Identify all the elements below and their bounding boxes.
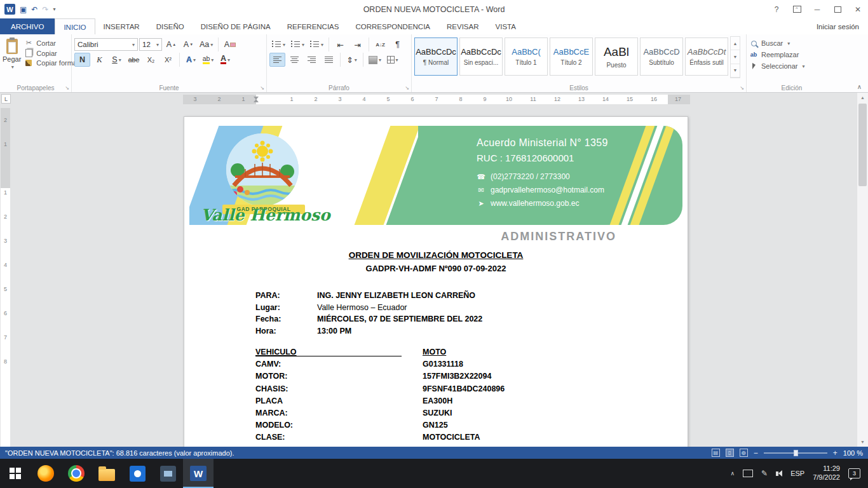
show-marks-button[interactable]: ¶ [390, 37, 405, 51]
find-button[interactable]: Buscar▾ [749, 39, 834, 47]
paste-dropdown-icon[interactable]: ▾ [11, 64, 14, 70]
change-case-button[interactable]: Aa▾ [198, 37, 215, 51]
paragraph-dialog-launcher-icon[interactable]: ↘ [405, 85, 409, 91]
tab-selector[interactable]: L [1, 94, 11, 104]
display-tray-icon[interactable] [743, 470, 753, 477]
justify-button[interactable] [321, 53, 337, 67]
shading-button[interactable]: ▾ [367, 53, 383, 67]
line-spacing-button[interactable]: ⇕▾ [344, 53, 360, 67]
underline-button[interactable]: S▾ [109, 53, 125, 67]
styles-scroll-up-icon[interactable]: ▲ [731, 37, 740, 50]
font-size-select[interactable]: 12▾ [139, 38, 162, 51]
multilevel-list-button[interactable]: ▾ [308, 37, 325, 51]
tab-insertar[interactable]: INSERTAR [95, 18, 148, 34]
pen-tray-icon[interactable]: ✎ [761, 469, 768, 478]
zoom-level[interactable]: 100 % [843, 449, 863, 457]
scrollbar-thumb[interactable] [858, 104, 867, 186]
close-icon[interactable]: ✕ [848, 0, 868, 18]
zoom-in-icon[interactable]: + [833, 449, 837, 457]
align-right-button[interactable] [304, 53, 320, 67]
character-count-status[interactable]: "ORDEN NUEVA MOTOCICLETA": 68.816 caract… [5, 449, 712, 457]
save-icon[interactable]: ▣ [20, 5, 27, 14]
shrink-font-button[interactable]: A▼ [180, 37, 196, 51]
select-button[interactable]: Seleccionar▾ [749, 62, 834, 70]
zoom-slider-thumb[interactable] [794, 450, 798, 456]
vertical-ruler[interactable]: 2112345678 [0, 105, 11, 447]
grow-font-button[interactable]: A▲ [163, 37, 179, 51]
align-left-button[interactable] [269, 53, 285, 67]
tab-correspondencia[interactable]: CORRESPONDENCIA [347, 18, 438, 34]
left-indent-marker[interactable] [254, 99, 259, 102]
taskbar-file-explorer[interactable] [92, 459, 122, 488]
font-family-select[interactable]: Calibri▾ [74, 38, 138, 51]
font-dialog-launcher-icon[interactable]: ↘ [260, 85, 264, 91]
notification-center-icon[interactable]: 3 [848, 468, 860, 478]
print-layout-icon[interactable]: ▯ [726, 449, 734, 457]
collapse-ribbon-icon[interactable]: ∧ [857, 83, 862, 90]
zoom-out-icon[interactable]: − [754, 449, 758, 457]
numbering-button[interactable]: ▾ [288, 37, 306, 51]
zoom-slider[interactable] [764, 452, 827, 454]
undo-icon[interactable]: ↶ [31, 5, 37, 14]
taskbar-chrome[interactable] [61, 459, 92, 488]
italic-button[interactable]: K [92, 53, 107, 67]
tab-inicio[interactable]: INICIO [55, 18, 95, 35]
bold-button[interactable]: N [74, 53, 90, 67]
tab-vista[interactable]: VISTA [487, 18, 524, 34]
highlight-color-button[interactable]: ab▾ [200, 53, 216, 67]
style-normal[interactable]: AaBbCcDc ¶ Normal [414, 37, 458, 76]
start-button[interactable] [0, 459, 31, 488]
web-layout-icon[interactable]: ◍ [740, 449, 748, 457]
document-page[interactable]: Acuerdo Ministerial N° 1359 RUC : 176812… [184, 116, 688, 447]
horizontal-ruler[interactable]: 3211234567891011121314151617 [183, 95, 690, 104]
redo-icon[interactable]: ↷ [42, 5, 48, 14]
minimize-icon[interactable]: ─ [807, 0, 827, 18]
strikethrough-button[interactable]: abe [126, 53, 142, 67]
tab-revisar[interactable]: REVISAR [438, 18, 487, 34]
styles-dialog-launcher-icon[interactable]: ↘ [740, 85, 744, 91]
language-indicator[interactable]: ESP [790, 470, 804, 477]
styles-scroll-down-icon[interactable]: ▼ [731, 50, 740, 64]
qat-customize-icon[interactable]: ▾ [53, 6, 55, 12]
styles-gallery-more-icon[interactable]: ▼ [731, 64, 740, 78]
clock[interactable]: 11:29 7/9/2022 [813, 464, 840, 482]
taskbar-firefox[interactable] [31, 459, 61, 488]
vertical-scrollbar[interactable]: ▲ ▼ [857, 93, 868, 447]
sort-button[interactable]: A↓Z [372, 37, 388, 51]
style-titulo-1[interactable]: AaBbC( Título 1 [505, 37, 548, 76]
taskbar-word[interactable]: W [183, 459, 214, 488]
style-titulo-2[interactable]: AaBbCcE Título 2 [550, 37, 593, 76]
read-mode-icon[interactable]: ▤ [712, 449, 720, 457]
align-center-button[interactable] [287, 53, 302, 67]
ribbon-display-options-icon[interactable]: ^ [787, 0, 807, 18]
style-enfasis-sutil[interactable]: AaBbCcDt Énfasis sutil [685, 37, 728, 76]
style-subtitulo[interactable]: AaBbCcD Subtítulo [640, 37, 683, 76]
style-puesto[interactable]: AaBl Puesto [595, 37, 638, 76]
clear-formatting-button[interactable]: A [222, 37, 238, 51]
tab-diseno[interactable]: DISEÑO [148, 18, 193, 34]
increase-indent-button[interactable]: ⇥ [349, 37, 365, 51]
style-sin-espaciado[interactable]: AaBbCcDc Sin espaci... [459, 37, 503, 76]
tray-expand-icon[interactable]: ∧ [731, 470, 735, 477]
tab-diseno-de-pagina[interactable]: DISEÑO DE PÁGINA [193, 18, 279, 34]
decrease-indent-button[interactable]: ⇤ [332, 37, 348, 51]
font-color-button[interactable]: A▾ [217, 53, 233, 67]
bullets-button[interactable]: ▾ [269, 37, 287, 51]
clipboard-dialog-launcher-icon[interactable]: ↘ [65, 85, 69, 91]
text-effects-button[interactable]: A▾ [183, 53, 199, 67]
tab-referencias[interactable]: REFERENCIAS [279, 18, 348, 34]
maximize-icon[interactable] [827, 0, 848, 18]
subscript-button[interactable]: X₂ [143, 53, 159, 67]
superscript-button[interactable]: X² [160, 53, 176, 67]
borders-button[interactable]: ▾ [384, 53, 400, 67]
replace-button[interactable]: ab Reemplazar [749, 51, 834, 58]
paste-button[interactable]: Pegar ▾ [3, 36, 21, 70]
tab-archivo[interactable]: ARCHIVO [0, 18, 55, 34]
help-icon[interactable]: ? [766, 0, 787, 18]
taskbar-app-2[interactable] [153, 459, 183, 488]
volume-icon[interactable] [776, 470, 782, 477]
taskbar-app-1[interactable] [122, 459, 153, 488]
scroll-down-icon[interactable]: ▼ [857, 437, 868, 447]
scroll-up-icon[interactable]: ▲ [857, 93, 868, 102]
sign-in-link[interactable]: Iniciar sesión [817, 18, 868, 34]
